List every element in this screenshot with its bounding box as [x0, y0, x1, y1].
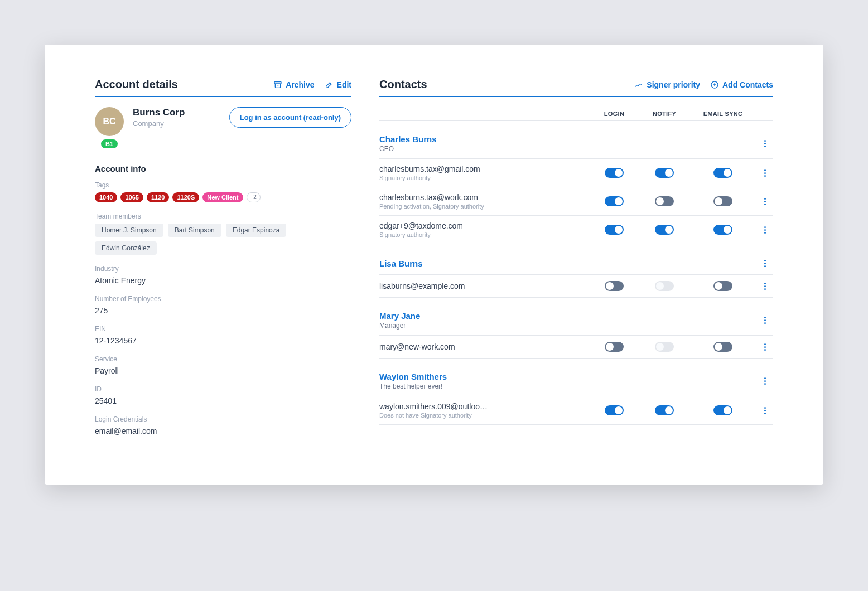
account-summary: BC B1 Burns Corp Company Log in as accou…	[95, 107, 351, 148]
team-row: Homer J. SimpsonBart SimpsonEdgar Espino…	[95, 224, 351, 255]
ein-value: 12-1234567	[95, 336, 351, 345]
toggle[interactable]	[713, 281, 732, 291]
toggle[interactable]	[605, 281, 624, 291]
team-chip[interactable]: Bart Simpson	[168, 224, 221, 237]
email-row: mary@new-work.com	[379, 336, 773, 359]
add-contacts-button[interactable]: Add Contacts	[710, 80, 773, 89]
toggle[interactable]	[713, 405, 732, 415]
toggle[interactable]	[605, 168, 624, 178]
more-menu[interactable]	[759, 167, 770, 178]
signer-priority-icon	[634, 80, 643, 89]
employees-label: Number of Employees	[95, 295, 351, 303]
account-info-title: Account info	[95, 164, 351, 173]
svg-rect-0	[274, 81, 281, 83]
tags-label: Tags	[95, 181, 351, 189]
contact-role: Manager	[379, 322, 756, 330]
contact-name[interactable]: Lisa Burns	[379, 259, 756, 268]
add-icon	[710, 80, 719, 89]
signer-priority-button[interactable]: Signer priority	[634, 80, 700, 89]
login-as-account-button[interactable]: Log in as account (read-only)	[229, 107, 351, 128]
toggle[interactable]	[713, 225, 732, 235]
toggle	[655, 342, 674, 352]
more-menu[interactable]	[759, 138, 770, 149]
toggle[interactable]	[713, 342, 732, 352]
contact-name[interactable]: Charles Burns	[379, 134, 756, 144]
toggle[interactable]	[713, 168, 732, 178]
employees-value: 275	[95, 306, 351, 315]
contact-name[interactable]: Waylon Smithers	[379, 372, 756, 381]
contact-group: Lisa Burnslisaburns@example.com	[379, 258, 773, 298]
toggle[interactable]	[605, 225, 624, 235]
account-name: Burns Corp	[133, 107, 185, 118]
email-sub: Pending activation, Signatory authority	[379, 203, 589, 210]
account-details-panel: Account details Archive Edit BC B1 Burns…	[95, 78, 351, 445]
email-row: edgar+9@taxdome.comSignatory authority	[379, 216, 773, 244]
more-menu[interactable]	[759, 258, 770, 269]
tag[interactable]: 1120	[147, 192, 169, 202]
id-value: 25401	[95, 396, 351, 405]
edit-label: Edit	[337, 80, 351, 89]
signer-priority-label: Signer priority	[647, 80, 700, 89]
email-text: mary@new-work.com	[379, 342, 589, 351]
team-chip[interactable]: Homer J. Simpson	[95, 224, 163, 237]
team-chip[interactable]: Edgar Espinoza	[226, 224, 287, 237]
toggle[interactable]	[713, 196, 732, 206]
toggle[interactable]	[605, 196, 624, 206]
avatar: BC	[95, 107, 124, 136]
email-sub: Does not have Signatory authority	[379, 412, 589, 419]
toggle[interactable]	[655, 196, 674, 206]
email-row: lisaburns@example.com	[379, 275, 773, 298]
team-label: Team members	[95, 212, 351, 220]
tag-more[interactable]: +2	[247, 192, 261, 202]
tag[interactable]: 1065	[120, 192, 143, 202]
edit-button[interactable]: Edit	[325, 80, 351, 89]
email-sub: Signatory authority	[379, 231, 589, 238]
contacts-body: Charles BurnsCEOcharlesburns.tax@gmail.c…	[379, 134, 773, 425]
account-name-block: Burns Corp Company	[133, 107, 185, 128]
toggle[interactable]	[605, 342, 624, 352]
toggle[interactable]	[655, 168, 674, 178]
add-contacts-label: Add Contacts	[722, 80, 773, 89]
avatar-wrap: BC B1	[95, 107, 124, 148]
tag-row: 1040106511201120SNew Client+2	[95, 192, 351, 202]
ein-label: EIN	[95, 325, 351, 333]
tier-badge: B1	[101, 139, 118, 148]
id-label: ID	[95, 385, 351, 393]
main-card: Account details Archive Edit BC B1 Burns…	[45, 45, 823, 485]
toggle[interactable]	[655, 225, 674, 235]
more-menu[interactable]	[759, 315, 770, 326]
contact-role: CEO	[379, 145, 756, 153]
account-title: Account details	[95, 78, 178, 91]
contacts-title: Contacts	[379, 78, 427, 91]
more-menu[interactable]	[759, 224, 770, 235]
account-header: Account details Archive Edit	[95, 78, 351, 97]
more-menu[interactable]	[759, 376, 770, 387]
contact-header: Lisa Burns	[379, 258, 773, 275]
more-menu[interactable]	[759, 196, 770, 207]
industry-label: Industry	[95, 265, 351, 273]
contact-group: Waylon SmithersThe best helper ever!wayl…	[379, 372, 773, 425]
tag[interactable]: 1040	[95, 192, 117, 202]
toggle	[655, 281, 674, 291]
email-row: charlesburns.tax@work.comPending activat…	[379, 187, 773, 216]
tag[interactable]: 1120S	[172, 192, 199, 202]
email-text: waylon.smithers.009@outloo…	[379, 402, 589, 411]
toggle[interactable]	[605, 405, 624, 415]
col-login: LOGIN	[589, 110, 639, 117]
tag[interactable]: New Client	[202, 192, 243, 202]
contact-name[interactable]: Mary Jane	[379, 311, 756, 321]
contacts-panel: Contacts Signer priority Add Contacts LO…	[379, 78, 773, 445]
more-menu[interactable]	[759, 280, 770, 292]
more-menu[interactable]	[759, 341, 770, 352]
archive-label: Archive	[286, 80, 314, 89]
archive-button[interactable]: Archive	[273, 80, 314, 89]
contact-role: The best helper ever!	[379, 382, 756, 390]
email-row: waylon.smithers.009@outloo…Does not have…	[379, 396, 773, 425]
more-menu[interactable]	[759, 405, 770, 416]
email-text: charlesburns.tax@gmail.com	[379, 164, 589, 173]
team-chip[interactable]: Edwin González	[95, 241, 157, 255]
edit-icon	[325, 80, 334, 89]
industry-value: Atomic Energy	[95, 276, 351, 285]
toggle[interactable]	[655, 405, 674, 415]
contact-group: Mary JaneManagermary@new-work.com	[379, 311, 773, 359]
